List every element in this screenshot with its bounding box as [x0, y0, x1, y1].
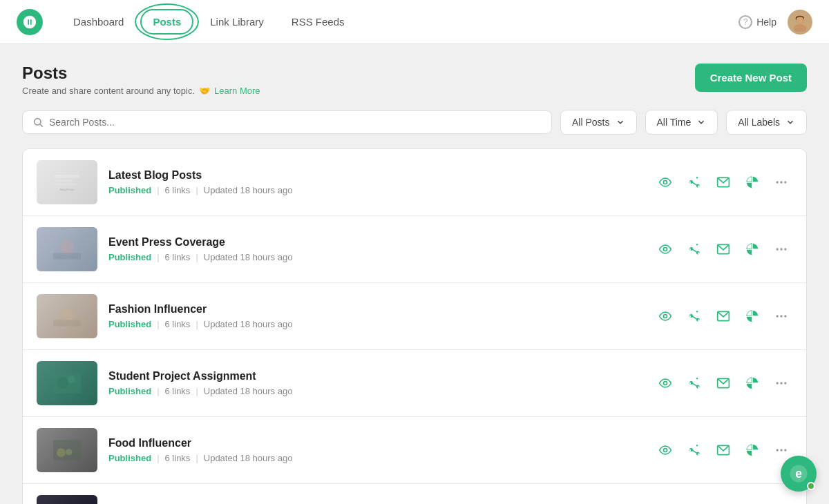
page-subtitle: Create and share content around any topi… — [22, 86, 260, 96]
chart-icon[interactable] — [741, 238, 763, 260]
svg-point-25 — [776, 315, 779, 317]
help-icon: ? — [739, 15, 752, 29]
svg-point-31 — [664, 382, 667, 385]
svg-point-16 — [664, 248, 667, 251]
help-button[interactable]: ? Help — [739, 15, 776, 29]
svg-point-37 — [57, 448, 66, 457]
share-icon[interactable] — [683, 305, 705, 327]
post-thumbnail — [37, 294, 97, 338]
share-icon[interactable] — [683, 439, 705, 461]
search-input[interactable] — [49, 117, 542, 128]
navbar: Dashboard Posts Link Library RSS Feeds ?… — [0, 0, 829, 44]
status-badge: Published — [108, 453, 151, 463]
thumb-image — [53, 235, 81, 263]
svg-point-18 — [776, 248, 779, 250]
svg-point-34 — [780, 382, 782, 384]
chevron-down-icon — [696, 117, 706, 127]
thumb-image — [53, 369, 81, 397]
status-badge: Published — [108, 252, 151, 262]
status-badge: Published — [108, 185, 151, 195]
post-title: Food Influencer — [108, 437, 643, 449]
more-options-icon[interactable] — [770, 372, 792, 394]
post-updated: Updated 18 hours ago — [204, 252, 293, 262]
post-meta: Published | 6 links | Updated 18 hours a… — [108, 319, 643, 329]
post-thumbnail: Blog Posts — [37, 160, 97, 204]
chart-icon[interactable] — [741, 171, 763, 193]
view-icon[interactable] — [654, 171, 676, 193]
thumb-image: Blog Posts — [53, 168, 81, 196]
svg-point-19 — [780, 248, 782, 250]
post-info: Event Press Coverage Published | 6 links… — [108, 236, 643, 262]
post-info: Fashion Influencer Published | 6 links |… — [108, 303, 643, 329]
chart-icon[interactable] — [741, 305, 763, 327]
svg-point-20 — [784, 248, 786, 250]
svg-point-13 — [784, 181, 786, 183]
svg-line-4 — [40, 124, 43, 127]
nav-item-rss-feeds[interactable]: RSS Feeds — [280, 10, 356, 33]
more-options-icon[interactable] — [770, 305, 792, 327]
post-meta: Published | 6 links | Updated 18 hours a… — [108, 252, 643, 262]
navbar-right: ? Help — [739, 10, 812, 35]
floating-logo-button[interactable]: e — [781, 456, 817, 492]
svg-point-27 — [784, 315, 786, 317]
post-updated: Updated 18 hours ago — [204, 453, 293, 463]
email-icon[interactable] — [712, 171, 734, 193]
view-icon[interactable] — [654, 439, 676, 461]
svg-point-41 — [776, 449, 779, 451]
post-links: 6 links — [165, 252, 191, 262]
search-box — [22, 110, 552, 134]
create-new-post-button[interactable]: Create New Post — [695, 64, 807, 92]
chevron-down-icon — [785, 117, 795, 127]
post-title: Event Press Coverage — [108, 236, 643, 249]
table-row: Student Project Assignment Published | 6… — [23, 350, 806, 417]
posts-list: Blog Posts Latest Blog Posts Published |… — [22, 148, 807, 504]
email-icon[interactable] — [712, 238, 734, 260]
learn-more-link[interactable]: Learn More — [214, 86, 260, 96]
share-icon[interactable] — [683, 372, 705, 394]
view-icon[interactable] — [654, 238, 676, 260]
post-updated: Updated 18 hours ago — [204, 386, 293, 396]
view-icon[interactable] — [654, 305, 676, 327]
table-row: Fashion Influencer Published | 6 links |… — [23, 283, 806, 350]
post-meta: Published | 6 links | Updated 18 hours a… — [108, 386, 643, 396]
chart-icon[interactable] — [741, 372, 763, 394]
status-badge: Published — [108, 386, 151, 396]
main-content: Posts Create and share content around an… — [0, 44, 829, 504]
page-header: Posts Create and share content around an… — [22, 64, 807, 96]
svg-point-3 — [35, 119, 41, 125]
online-indicator — [807, 482, 815, 490]
svg-rect-6 — [55, 180, 73, 182]
view-icon[interactable] — [654, 372, 676, 394]
all-posts-filter[interactable]: All Posts — [560, 110, 636, 135]
svg-point-38 — [66, 449, 72, 455]
floating-logo-icon: e — [788, 463, 809, 484]
more-options-icon[interactable] — [770, 238, 792, 260]
all-time-filter[interactable]: All Time — [645, 110, 718, 135]
share-icon[interactable] — [683, 171, 705, 193]
more-options-icon[interactable] — [770, 171, 792, 193]
svg-point-29 — [57, 378, 68, 389]
app-logo[interactable] — [17, 9, 43, 35]
nav-item-posts[interactable]: Posts — [140, 9, 193, 35]
avatar[interactable] — [788, 10, 812, 35]
page-title-section: Posts Create and share content around an… — [22, 64, 260, 96]
svg-text:e: e — [795, 467, 802, 481]
svg-point-23 — [664, 315, 667, 318]
post-actions — [654, 372, 792, 394]
chart-icon[interactable] — [741, 439, 763, 461]
post-meta: Published | 6 links | Updated 18 hours a… — [108, 453, 643, 463]
filters-row: All Posts All Time All Labels — [22, 110, 807, 135]
nav-item-link-library[interactable]: Link Library — [199, 10, 275, 33]
nav-item-dashboard[interactable]: Dashboard — [62, 10, 135, 33]
post-actions — [654, 305, 792, 327]
share-icon[interactable] — [683, 238, 705, 260]
email-icon[interactable] — [712, 439, 734, 461]
email-icon[interactable] — [712, 372, 734, 394]
svg-point-42 — [780, 449, 782, 451]
post-thumbnail — [37, 227, 97, 271]
post-links: 6 links — [165, 319, 191, 329]
all-labels-filter[interactable]: All Labels — [726, 110, 807, 135]
post-title: Latest Blog Posts — [108, 169, 643, 182]
email-icon[interactable] — [712, 305, 734, 327]
table-row: News Research Published | 6 links | Upda… — [23, 484, 806, 504]
